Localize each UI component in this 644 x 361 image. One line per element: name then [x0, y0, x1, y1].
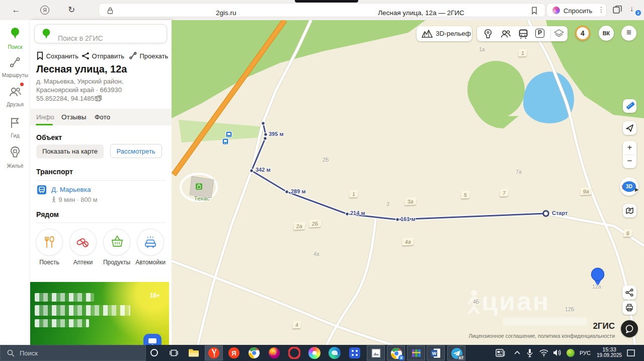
- route-distance-marker: 289 м: [291, 188, 306, 194]
- place-address: д. Марьевка, Уярский район, Красноярский…: [36, 77, 166, 94]
- notifications-icon[interactable]: [627, 349, 635, 356]
- tabs-panel-icon[interactable]: [613, 6, 622, 16]
- wifi-icon[interactable]: [539, 349, 548, 356]
- copy-icon[interactable]: [96, 95, 102, 102]
- friends-layer-icon[interactable]: [500, 29, 511, 41]
- basket-icon: [110, 235, 124, 249]
- photos-app-box[interactable]: [367, 345, 385, 360]
- attractions-icon[interactable]: [483, 29, 493, 41]
- refresh-icon[interactable]: ↻: [66, 0, 76, 20]
- panorama-icon: [625, 206, 634, 215]
- parking-layer-icon[interactable]: P: [535, 29, 544, 38]
- firefox-icon[interactable]: [268, 347, 280, 359]
- layers-icon[interactable]: [554, 29, 564, 40]
- map-building-label: 4: [292, 321, 301, 329]
- downloads-badge: 2: [635, 10, 641, 16]
- address-bar[interactable]: 2gis.ru Лесная улица, 12а — 2ГИС: [99, 3, 545, 17]
- language-indicator[interactable]: РУС: [580, 350, 591, 356]
- blue-app-icon[interactable]: [349, 347, 361, 359]
- chat-bubble-icon: [625, 324, 634, 333]
- category-carwash[interactable]: [137, 229, 164, 256]
- category-label: Поесть: [33, 259, 66, 266]
- word-box[interactable]: W: [427, 345, 445, 360]
- back-icon[interactable]: ←: [11, 0, 21, 20]
- print-button[interactable]: [622, 301, 636, 315]
- yandex-browser-icon[interactable]: [208, 347, 220, 359]
- map-building-label: 2а: [293, 222, 305, 230]
- place-tabs: Инфо Отзывы Фото: [30, 109, 172, 125]
- yandex-menu-icon[interactable]: Я: [40, 6, 49, 15]
- stop-link[interactable]: Д. Марьевка: [51, 186, 91, 193]
- yandex-app-icon[interactable]: Я: [228, 347, 240, 359]
- search-input[interactable]: Поиск в 2ГИС: [34, 24, 167, 43]
- place-coordinates[interactable]: 55.852284, 94.148555: [36, 95, 102, 102]
- save-button[interactable]: Сохранить: [36, 51, 78, 60]
- tray-time: 15:33: [597, 346, 622, 352]
- more-menu-icon[interactable]: ⋮: [598, 6, 605, 14]
- route-to-button[interactable]: Проехать: [129, 51, 168, 60]
- category-groceries[interactable]: [103, 229, 130, 256]
- panorama-button[interactable]: [623, 204, 636, 218]
- tab-info[interactable]: Инфо: [36, 113, 54, 121]
- divider: [36, 223, 166, 223]
- support-chat-button[interactable]: [621, 320, 638, 337]
- ad-banner[interactable]: 18+: [30, 282, 169, 345]
- sidebar-item-routes[interactable]: Маршруты: [0, 56, 30, 78]
- category-food[interactable]: [36, 229, 63, 256]
- zoom-in-button[interactable]: +: [623, 141, 636, 155]
- transport-layer-icon[interactable]: [518, 29, 528, 41]
- compass-3d-button[interactable]: 3D: [620, 177, 638, 196]
- antivirus-tray-icon[interactable]: [567, 349, 575, 357]
- downloads-icon[interactable]: ↓2: [630, 4, 638, 14]
- bookmark-icon[interactable]: [531, 7, 538, 17]
- task-view-icon[interactable]: [170, 349, 178, 357]
- category-label: Продукты: [100, 259, 133, 266]
- chrome-icon[interactable]: [248, 347, 260, 359]
- sidebar-item-housing[interactable]: Жильё: [0, 146, 30, 169]
- map-building-label: 7а: [516, 169, 522, 175]
- sidebar-item-search[interactable]: Поиск: [0, 27, 30, 50]
- tab-photos[interactable]: Фото: [95, 113, 110, 121]
- winrar-box[interactable]: [407, 345, 425, 360]
- carwash-icon: [143, 235, 157, 249]
- menu-button[interactable]: ≡: [621, 26, 636, 41]
- chrome-window-box[interactable]: 8: [387, 345, 405, 360]
- edge-icon[interactable]: [329, 347, 341, 359]
- vk-button[interactable]: ВК: [599, 26, 614, 41]
- map-building-label: 2Б: [309, 220, 321, 227]
- share-map-button[interactable]: [622, 285, 636, 300]
- traffic-score-button[interactable]: 4: [575, 26, 590, 41]
- tray-expand-icon[interactable]: [514, 350, 520, 355]
- browser-toolbar: ← Я ↻ 2gis.ru Лесная улица, 12а — 2ГИС С…: [0, 0, 644, 20]
- sidebar-item-guide[interactable]: Гид: [0, 117, 30, 138]
- ad-blurred-text: [35, 319, 89, 327]
- news-tray-icon[interactable]: [496, 349, 506, 357]
- volume-icon[interactable]: [553, 349, 561, 356]
- show-on-map-button[interactable]: Показать на карте: [36, 145, 104, 159]
- poi-label-texas[interactable]: Техас: [187, 195, 217, 201]
- category-pharmacy[interactable]: [69, 229, 97, 256]
- telegram-box[interactable]: 67: [447, 345, 465, 360]
- ask-button[interactable]: Спросить ⋮: [546, 3, 607, 17]
- opera-icon[interactable]: [288, 347, 300, 359]
- active-tab-underline: [36, 124, 53, 125]
- zoom-out-button[interactable]: −: [623, 155, 636, 168]
- my-location-button[interactable]: [623, 121, 636, 135]
- category-label: Автомойки: [134, 259, 167, 266]
- share-button[interactable]: Отправить: [82, 51, 124, 60]
- yandex-browser-active-box[interactable]: [205, 345, 223, 360]
- browser-pinwheel-icon[interactable]: [308, 347, 320, 359]
- relief-toggle-button[interactable]: 3D-рельеф: [417, 26, 472, 41]
- cortana-icon[interactable]: [150, 349, 158, 356]
- share-icon: [82, 52, 90, 60]
- ruler-tool-button[interactable]: [623, 99, 636, 113]
- taskbar-search[interactable]: Поиск: [0, 345, 146, 361]
- license-links[interactable]: Лицензионное соглашение, политика конфид…: [469, 333, 615, 339]
- microphone-icon[interactable]: [527, 348, 533, 357]
- clock[interactable]: 15:33 19.09.2025: [597, 346, 622, 358]
- sidebar-item-friends[interactable]: Друзья: [0, 86, 30, 107]
- map-canvas[interactable]: циан 1а 1 2Б 7а 9а 7 5 3а 1 3 2а 2Б 4а 4…: [172, 20, 644, 345]
- inspect-button[interactable]: Рассмотреть: [110, 144, 162, 158]
- file-explorer-icon[interactable]: [188, 347, 200, 359]
- tab-reviews[interactable]: Отзывы: [61, 113, 86, 121]
